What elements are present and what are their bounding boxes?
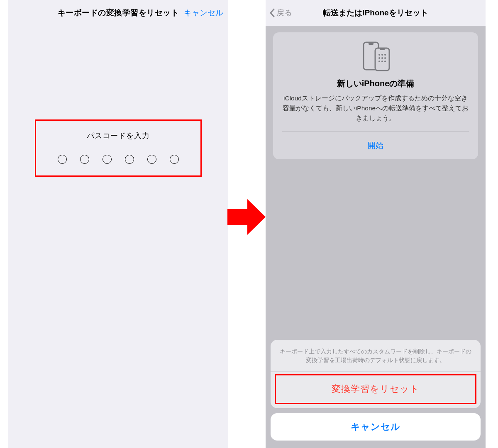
devices-icon [358,41,393,71]
svg-rect-4 [380,48,385,50]
back-label: 戻る [276,7,292,18]
chevron-left-icon [269,8,276,18]
passcode-label: パスコードを入力 [36,131,200,141]
prepare-panel: 新しいiPhoneの準備 iCloudストレージにバックアップを作成するための十… [273,32,478,159]
cancel-button[interactable]: キャンセル [271,413,481,441]
nav-bar: 戻る 転送またはiPhoneをリセット [266,0,486,26]
screen-reset: 戻る 転送またはiPhoneをリセット 新しいiPhoneの準備 iCloudス… [266,0,486,448]
svg-point-11 [378,61,380,62]
passcode-entry-highlight: パスコードを入力 [35,119,202,177]
panel-description: iCloudストレージにバックアップを作成するための十分な空き容量がなくても、新… [282,93,469,123]
action-sheet: キーボード上で入力したすべてのカスタムワードを削除し、キーボードの変換学習を工場… [271,340,481,441]
passcode-dot [80,155,89,164]
svg-point-8 [378,57,380,59]
start-button[interactable]: 開始 [282,131,469,159]
back-button[interactable]: 戻る [269,7,292,18]
screen-passcode: キーボードの変換学習をリセット キャンセル パスコードを入力 [8,0,228,448]
passcode-dot [103,155,112,164]
action-sheet-message: キーボード上で入力したすべてのカスタムワードを削除し、キーボードの変換学習を工場… [271,340,481,372]
svg-point-13 [384,61,386,62]
passcode-dot [147,155,156,164]
nav-bar: キーボードの変換学習をリセット キャンセル [8,0,228,26]
svg-rect-2 [369,42,374,45]
passcode-dots[interactable] [36,155,200,164]
svg-point-9 [381,57,383,59]
passcode-dot [125,155,134,164]
reset-button-highlight: 変換学習をリセット [275,374,476,404]
cancel-button[interactable]: キャンセル [184,7,223,18]
svg-point-7 [384,54,386,56]
svg-point-6 [381,54,383,56]
arrow-right-icon [227,199,266,235]
svg-point-10 [384,57,386,59]
action-sheet-group: キーボード上で入力したすべてのカスタムワードを削除し、キーボードの変換学習を工場… [271,340,481,408]
svg-point-12 [381,61,383,62]
nav-title: キーボードの変換学習をリセット [58,7,179,18]
nav-title: 転送またはiPhoneをリセット [323,7,428,18]
svg-marker-0 [227,199,266,235]
passcode-dot [58,155,67,164]
svg-rect-3 [375,48,389,71]
panel-heading: 新しいiPhoneの準備 [282,78,469,89]
svg-point-5 [378,54,380,56]
reset-dictionary-button[interactable]: 変換学習をリセット [276,375,475,403]
passcode-dot [170,155,179,164]
